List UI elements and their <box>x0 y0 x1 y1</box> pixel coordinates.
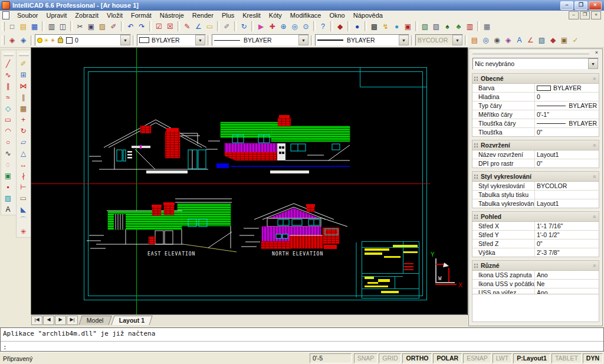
ellipse-button[interactable]: ◌ <box>1 159 15 170</box>
menu-item-upravit[interactable]: Upravit <box>42 12 71 19</box>
measure-button[interactable]: ▭ <box>204 21 215 32</box>
sketch-button[interactable]: ≈ <box>1 91 15 103</box>
toolbar-grip[interactable] <box>2 35 5 45</box>
arc-button[interactable]: ◠ <box>1 125 15 136</box>
lineweight-combo[interactable]: BYLAYER ▼ <box>315 34 409 46</box>
property-value[interactable]: BYLAYER <box>535 119 599 127</box>
hatch-button[interactable]: ▨ <box>1 192 15 204</box>
color-combo[interactable]: BYLAYER ▼ <box>137 34 206 46</box>
open-button[interactable]: ▤ <box>18 21 29 32</box>
design-center-button[interactable]: ✚ <box>267 21 278 32</box>
color-combo-arrow[interactable]: ▼ <box>195 35 205 45</box>
image-adjust-button[interactable]: ▨ <box>431 21 442 32</box>
new-button[interactable]: □ <box>6 21 18 32</box>
delete-button[interactable]: ✐ <box>17 58 30 69</box>
panel-grip[interactable] <box>472 51 589 54</box>
draw-order-back-button[interactable]: ◈ <box>18 35 29 46</box>
polygon-button[interactable]: ◇ <box>1 103 15 114</box>
trim-button[interactable]: ∤ <box>17 170 30 181</box>
collapse-chevron-icon[interactable]: » <box>592 175 598 178</box>
polyline-button[interactable]: ∿ <box>1 69 15 80</box>
undo-button[interactable]: ↶ <box>125 21 136 32</box>
toggle-snap[interactable]: SNAP <box>354 353 378 363</box>
section-header-0[interactable]: Obecné» <box>472 73 599 84</box>
property-value[interactable]: 1'-1 7/16" <box>535 222 599 230</box>
copy-entity-button[interactable]: ⊞ <box>17 69 30 80</box>
toggle-ortho[interactable]: ORTHO <box>402 353 432 363</box>
redline-button[interactable]: ☑ <box>153 21 165 32</box>
tab-nav-button-1[interactable]: ◀ <box>43 316 54 325</box>
collapse-chevron-icon[interactable]: » <box>592 264 598 267</box>
property-value[interactable]: 1'-0 1/2" <box>535 231 599 239</box>
linetype-combo-arrow[interactable]: ▼ <box>298 35 308 45</box>
section-header-2[interactable]: Styl vykreslování» <box>472 171 599 182</box>
toolbar-grip[interactable] <box>19 53 29 56</box>
menu-item-zobrazit[interactable]: Zobrazit <box>71 12 103 19</box>
property-value[interactable]: 2'-3 7/8" <box>535 248 599 257</box>
render-camera-button[interactable]: ▣ <box>402 21 413 32</box>
explore-linetypes-button[interactable]: ◈ <box>503 35 514 46</box>
construction-line-button[interactable]: ∥ <box>1 80 15 91</box>
menu-item-plus[interactable]: Plus <box>218 12 238 19</box>
text-find-button[interactable]: A <box>514 35 525 46</box>
selection-combo[interactable]: Nic nevybráno ▼ <box>472 58 599 70</box>
property-value[interactable]: 0 <box>535 93 599 101</box>
spline-button[interactable]: ∿ <box>1 147 15 159</box>
toggle-dyn[interactable]: DYN <box>583 353 603 363</box>
help-button[interactable]: ? <box>317 21 329 32</box>
save-button[interactable]: ▦ <box>29 21 40 32</box>
menu-item-render[interactable]: Render <box>188 12 218 19</box>
shade-button[interactable]: ● <box>352 21 363 32</box>
menu-item-soubor[interactable]: Soubor <box>13 12 42 19</box>
tab-layout-1[interactable]: Layout 1 <box>111 316 152 325</box>
entity-explorer-button[interactable]: ▤ <box>469 35 480 46</box>
minimize-button[interactable]: – <box>560 1 573 10</box>
linetype-combo[interactable]: BYLAYER ▼ <box>212 34 309 46</box>
menu-item-k-ty[interactable]: Kóty <box>265 12 286 19</box>
menu-item-okno[interactable]: Okno <box>325 12 349 19</box>
render-prefs-button[interactable]: ▥ <box>464 21 475 32</box>
render-lights-button[interactable]: ↯ <box>380 21 391 32</box>
property-value[interactable]: BYLAYER <box>535 101 599 110</box>
menu-item-kreslit[interactable]: Kreslit <box>238 12 265 19</box>
rectangle-button[interactable]: ▭ <box>1 114 15 125</box>
render-sphere-button[interactable]: ● <box>391 21 402 32</box>
toggle-lwt[interactable]: LWT <box>493 353 512 363</box>
freehand-button[interactable]: ✎ <box>182 21 193 32</box>
fillet-button[interactable]: ⌒ <box>17 215 30 226</box>
image-button[interactable]: ▧ <box>419 21 431 32</box>
explore-blocks-button[interactable]: ◉ <box>491 35 503 46</box>
text-button[interactable]: A <box>1 204 15 215</box>
explode-button[interactable]: ✳ <box>17 226 30 237</box>
point-button[interactable]: ▪ <box>1 181 15 192</box>
drawing-canvas[interactable]: .cy{stroke:#00b6b6;fill:none;stroke-widt… <box>31 47 468 315</box>
section-header-1[interactable]: Rozvržení» <box>472 140 599 150</box>
chamfer-button[interactable]: ◣ <box>17 204 30 215</box>
named-views-button[interactable]: ◎ <box>480 35 491 46</box>
menu-item-modifikace[interactable]: Modifikace <box>286 12 326 19</box>
line-button[interactable]: ╱ <box>1 58 15 69</box>
property-value[interactable]: BYLAYER <box>535 84 599 92</box>
move-button[interactable]: + <box>17 114 30 125</box>
collapse-chevron-icon[interactable]: » <box>592 143 598 147</box>
print-button[interactable]: ▥ <box>46 21 57 32</box>
menu-item-form-t[interactable]: Formát <box>127 12 156 19</box>
pick-button[interactable]: ▶ <box>255 21 267 32</box>
toggle-p-layout1[interactable]: P:Layout1 <box>513 353 550 363</box>
match-properties-button[interactable]: ✐ <box>108 21 119 32</box>
section-header-4[interactable]: Různé» <box>472 260 599 271</box>
print-preview-button[interactable]: ◫ <box>57 21 68 32</box>
layer-combo-arrow[interactable]: ▼ <box>120 35 130 45</box>
mdi-close-button[interactable]: × <box>591 11 601 19</box>
toggle-polar[interactable]: POLAR <box>433 353 462 363</box>
properties-button[interactable]: ▣ <box>559 35 570 46</box>
lengthen-button[interactable]: ↔ <box>17 159 30 170</box>
close-button[interactable]: × <box>589 1 602 10</box>
coordinates-display[interactable]: 0'-5 5/8",0'-11 1/2",0" <box>310 353 352 363</box>
property-value[interactable]: 0" <box>535 128 599 136</box>
tab-nav-button-2[interactable]: ▶ <box>55 316 66 325</box>
menu-item-n-pov-da[interactable]: Nápověda <box>349 12 387 19</box>
property-value[interactable]: Layout1 <box>535 150 599 159</box>
lineweight-combo-arrow[interactable]: ▼ <box>399 35 409 45</box>
selection-combo-arrow[interactable]: ▼ <box>588 58 598 69</box>
